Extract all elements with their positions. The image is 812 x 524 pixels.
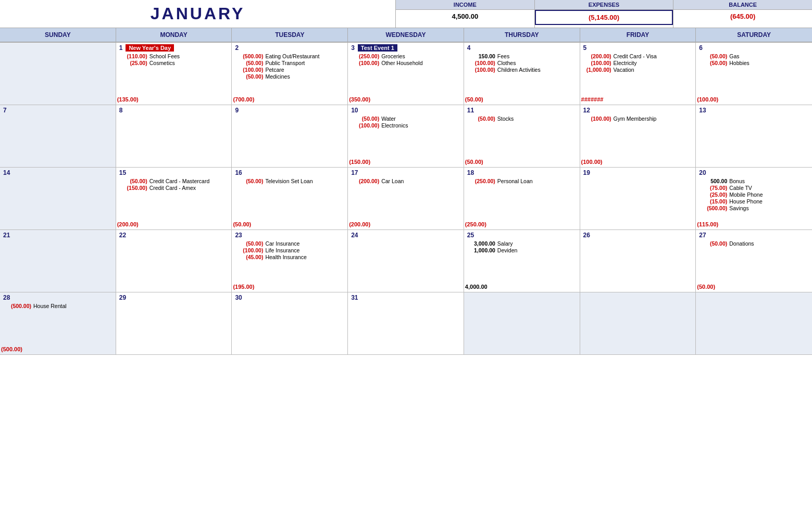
- page-title-block: JANUARY: [0, 0, 396, 28]
- entry-amount: 3,000.00: [465, 240, 497, 247]
- entry-amount: (50.00): [465, 116, 497, 122]
- entry-desc: Public Transport: [265, 60, 305, 66]
- entry: (50.00)Gas: [697, 53, 811, 59]
- day-number: 30: [233, 293, 244, 302]
- cal-cell-14: 14: [0, 168, 116, 230]
- entry: 500.00Bonus: [697, 178, 811, 184]
- entry-desc: Fees: [497, 53, 509, 59]
- entry-amount: (50.00): [233, 73, 265, 80]
- income-label: INCOME: [396, 0, 534, 10]
- calendar-grid: 1New Year's Day(110.00)School Fees(25.00…: [0, 43, 812, 355]
- day-total: (50.00): [233, 221, 251, 227]
- entry-desc: Clothes: [497, 60, 516, 66]
- day-total: (100.00): [581, 159, 603, 165]
- cal-cell-28: 28(500.00)House Rental(500.00): [0, 292, 116, 355]
- entry-amount: (25.00): [697, 191, 729, 198]
- entry: (25.00)Mobile Phone: [697, 191, 811, 198]
- day-total: (50.00): [465, 96, 483, 103]
- entry-amount: (50.00): [233, 240, 265, 247]
- day-total: (150.00): [349, 159, 370, 165]
- entry: (500.00)Eating Out/Restaurant: [233, 53, 346, 59]
- day-total: (500.00): [1, 346, 22, 352]
- entry: (100.00)Petcare: [233, 67, 346, 73]
- entry-desc: Donations: [729, 240, 754, 247]
- entry: (1,000.00)Vacation: [581, 67, 695, 73]
- entry-desc: Credit Card - Mastercard: [149, 178, 210, 184]
- day-total: (50.00): [465, 159, 483, 165]
- entry-desc: Electronics: [381, 122, 408, 129]
- cal-cell-5: 5(200.00)Credit Card - Visa(100.00)Elect…: [580, 43, 696, 105]
- entry-amount: (200.00): [349, 178, 381, 184]
- entry: (250.00)Groceries: [349, 53, 463, 59]
- entry-desc: Water: [381, 116, 396, 122]
- summary-block: INCOME 4,500.00 EXPENSES (5,145.00) BALA…: [396, 0, 812, 28]
- entry-amount: (15.00): [697, 198, 729, 205]
- day-number: 26: [581, 231, 592, 239]
- day-number: 6: [697, 44, 705, 52]
- entry: (50.00)Water: [349, 116, 463, 122]
- day-number: 3: [349, 44, 357, 52]
- entry-desc: Cable TV: [729, 185, 752, 191]
- entry: (500.00)Savings: [697, 205, 811, 211]
- day-event: Test Event 1: [358, 44, 397, 52]
- entry: (50.00)Car Insurance: [233, 240, 346, 247]
- entry: (50.00)Credit Card - Mastercard: [117, 178, 231, 184]
- entry-amount: (45.00): [233, 254, 265, 260]
- cal-cell-empty-4-4: [464, 292, 580, 355]
- balance-col: BALANCE (645.00): [673, 0, 812, 28]
- day-number: 18: [465, 169, 476, 177]
- cal-cell-9: 9: [232, 105, 348, 168]
- cal-cell-29: 29: [116, 292, 232, 355]
- balance-label: BALANCE: [673, 0, 812, 10]
- cal-cell-17: 17(200.00)Car Loan(200.00): [348, 168, 464, 230]
- entry-amount: (50.00): [117, 178, 149, 184]
- entry-desc: Credit Card - Amex: [149, 185, 196, 191]
- entry-desc: Car Loan: [381, 178, 404, 184]
- entry-amount: (50.00): [697, 60, 729, 66]
- cal-cell-24: 24: [348, 230, 464, 292]
- entry-desc: Television Set Loan: [265, 178, 313, 184]
- entry-desc: Groceries: [381, 53, 405, 59]
- entry: (500.00)House Rental: [1, 303, 115, 309]
- day-number: 16: [233, 169, 244, 177]
- entry: (100.00)Clothes: [465, 60, 579, 66]
- day-total: (195.00): [233, 284, 254, 290]
- day-number: 17: [349, 169, 360, 177]
- cal-cell-22: 22: [116, 230, 232, 292]
- entry-desc: Gas: [729, 53, 739, 59]
- entry-amount: (100.00): [581, 60, 614, 66]
- entry: (100.00)Electricity: [581, 60, 695, 66]
- day-number: 1: [117, 44, 125, 52]
- entry-amount: (75.00): [697, 185, 729, 191]
- day-total: (135.00): [117, 96, 139, 103]
- day-number: 10: [349, 106, 360, 114]
- entry-amount: 150.00: [465, 53, 497, 59]
- entry: (50.00)Donations: [697, 240, 811, 247]
- expenses-col: EXPENSES (5,145.00): [535, 0, 674, 28]
- day-total: 4,000.00: [465, 284, 488, 290]
- cal-cell-23: 23(50.00)Car Insurance(100.00)Life Insur…: [232, 230, 348, 292]
- entry: (45.00)Health Insurance: [233, 254, 346, 260]
- entry: (100.00)Gym Membership: [581, 116, 695, 122]
- entry: (25.00)Cosmetics: [117, 60, 231, 66]
- cal-cell-13: 13: [696, 105, 812, 168]
- entry: (100.00)Children Activities: [465, 67, 579, 73]
- entry-desc: Eating Out/Restaurant: [265, 53, 319, 59]
- dow-monday: MONDAY: [116, 28, 232, 42]
- day-number: 20: [697, 169, 708, 177]
- entry-desc: Bonus: [729, 178, 745, 184]
- day-total: #######: [581, 96, 604, 103]
- entry: 3,000.00Salary: [465, 240, 579, 247]
- entry: (250.00)Personal Loan: [465, 178, 579, 184]
- cal-cell-21: 21: [0, 230, 116, 292]
- entry: (200.00)Car Loan: [349, 178, 463, 184]
- entry-amount: (100.00): [349, 122, 381, 129]
- entry-desc: Savings: [729, 205, 748, 211]
- expenses-value: (5,145.00): [535, 10, 673, 25]
- day-number: 15: [117, 169, 128, 177]
- entry: (75.00)Cable TV: [697, 185, 811, 191]
- day-total: (100.00): [697, 96, 718, 103]
- entry-amount: (100.00): [233, 67, 265, 73]
- dow-tuesday: TUESDAY: [232, 28, 348, 42]
- cal-cell-4: 4150.00Fees(100.00)Clothes(100.00)Childr…: [464, 43, 580, 105]
